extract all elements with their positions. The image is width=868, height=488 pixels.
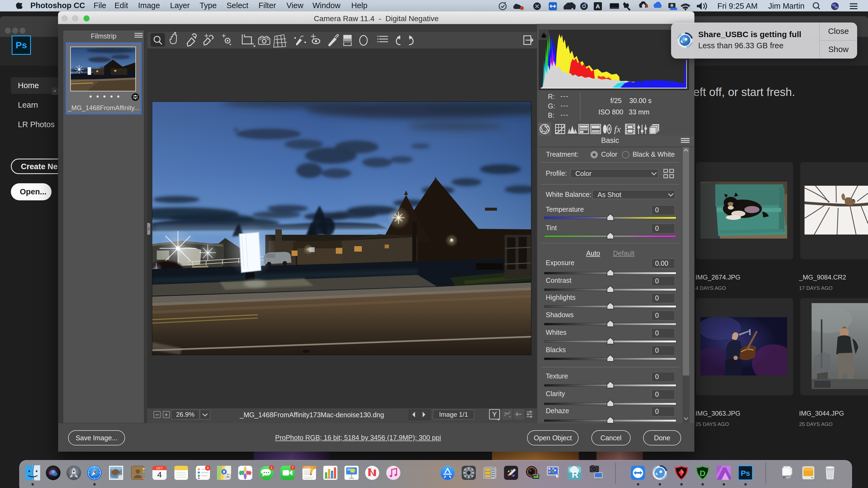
svg-text:fx: fx <box>614 124 621 134</box>
svg-text:R: R <box>572 469 579 480</box>
svg-text:4: 4 <box>157 470 162 479</box>
svg-text:4: 4 <box>207 466 209 470</box>
svg-text:D: D <box>700 469 706 478</box>
svg-text:OCT: OCT <box>156 466 163 470</box>
svg-text:Jim Martin: Jim Martin <box>768 2 805 10</box>
svg-text:Ps: Ps <box>741 469 750 478</box>
svg-text:1: 1 <box>271 466 272 470</box>
svg-text:7: 7 <box>291 466 293 470</box>
svg-text:Y: Y <box>492 410 497 418</box>
svg-text:A: A <box>596 3 600 10</box>
svg-text:Fri 9:25 AM: Fri 9:25 AM <box>717 2 757 10</box>
svg-text:3D: 3D <box>226 476 229 478</box>
svg-text:PAGES: PAGES <box>304 466 311 468</box>
